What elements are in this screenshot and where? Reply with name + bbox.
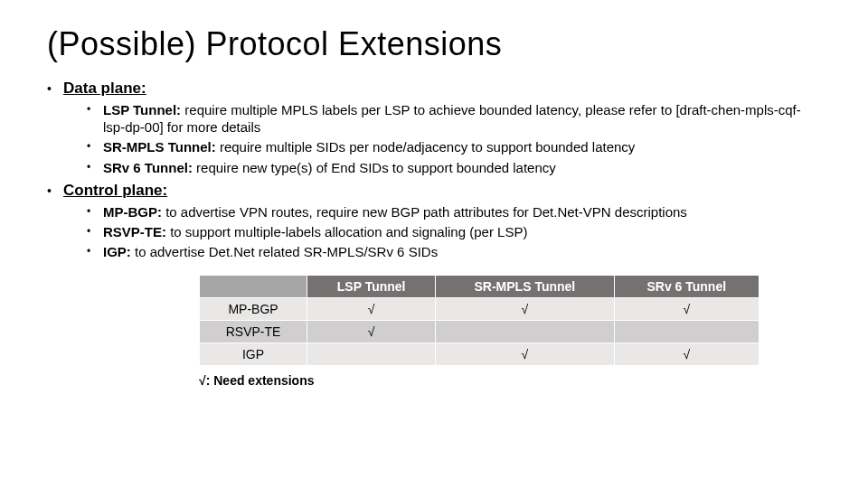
item-text: to advertise VPN routes, require new BGP… [162, 204, 687, 220]
item-text: require new type(s) of End SIDs to suppo… [193, 160, 556, 175]
bullet-icon: • [47, 81, 52, 96]
slide-title: (Possible) Protocol Extensions [47, 25, 821, 63]
item-term: SRv 6 Tunnel: [103, 160, 193, 175]
bullet-icon: • [87, 205, 90, 219]
col-header: SRv 6 Tunnel [614, 276, 759, 298]
bullet-item: • MP-BGP: to advertise VPN routes, requi… [87, 203, 821, 221]
table-row: RSVP-TE √ [200, 321, 760, 343]
protocol-table: LSP Tunnel SR-MPLS Tunnel SRv 6 Tunnel M… [199, 275, 760, 366]
col-header: SR-MPLS Tunnel [436, 276, 614, 298]
bullet-item: • SRv 6 Tunnel: require new type(s) of E… [87, 159, 821, 176]
item-text: to support multiple-labels allocation an… [166, 224, 527, 239]
item-term: RSVP-TE: [103, 224, 166, 239]
row-header: MP-BGP [200, 298, 307, 321]
slide: (Possible) Protocol Extensions • Data pl… [0, 0, 868, 406]
cell [307, 343, 436, 366]
col-header: LSP Tunnel [307, 276, 436, 298]
bullet-icon: • [87, 225, 90, 239]
cell: √ [307, 298, 436, 321]
cell: √ [614, 298, 759, 321]
table-legend: √: Need extensions [199, 373, 821, 388]
item-text: to advertise Det.Net related SR-MPLS/SRv… [131, 244, 438, 259]
bullet-item: • SR-MPLS Tunnel: require multiple SIDs … [87, 138, 821, 155]
item-term: LSP Tunnel: [103, 102, 181, 117]
cell: √ [436, 343, 614, 366]
item-term: SR-MPLS Tunnel: [103, 139, 216, 155]
item-text: require multiple SIDs per node/adjacency… [216, 139, 636, 155]
table-row: MP-BGP √ √ √ [200, 298, 760, 321]
bullet-item: • RSVP-TE: to support multiple-labels al… [87, 223, 821, 240]
row-header: IGP [200, 343, 307, 366]
section-label: Control plane: [63, 182, 167, 199]
table-header-row: LSP Tunnel SR-MPLS Tunnel SRv 6 Tunnel [200, 276, 760, 298]
item-text: require multiple MPLS labels per LSP to … [103, 102, 801, 135]
table-row: IGP √ √ [200, 343, 760, 366]
cell [436, 321, 614, 343]
bullet-icon: • [87, 103, 90, 117]
item-term: IGP: [103, 244, 131, 259]
section-control-plane: • Control plane: [47, 182, 821, 200]
bullet-icon: • [87, 140, 90, 154]
item-term: MP-BGP: [103, 204, 162, 220]
cell: √ [436, 298, 614, 321]
cell [614, 321, 759, 343]
bullet-icon: • [87, 161, 90, 174]
cell: √ [307, 321, 436, 343]
section-data-plane: • Data plane: [47, 80, 821, 98]
table-corner [200, 276, 307, 298]
bullet-item: • LSP Tunnel: require multiple MPLS labe… [87, 101, 821, 136]
table: LSP Tunnel SR-MPLS Tunnel SRv 6 Tunnel M… [199, 275, 760, 366]
bullet-item: • IGP: to advertise Det.Net related SR-M… [87, 243, 821, 260]
section-label: Data plane: [63, 80, 146, 97]
bullet-icon: • [47, 183, 52, 198]
cell: √ [614, 343, 759, 366]
bullet-icon: • [87, 245, 90, 258]
row-header: RSVP-TE [200, 321, 307, 343]
